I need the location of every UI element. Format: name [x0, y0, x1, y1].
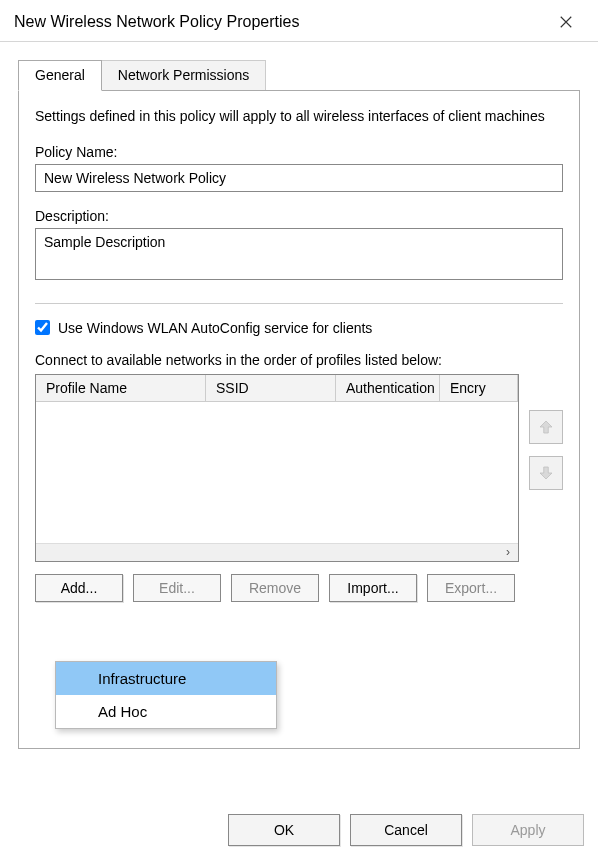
add-button[interactable]: Add... [35, 574, 123, 602]
description-input[interactable] [35, 228, 563, 280]
close-icon [559, 15, 573, 29]
dialog-button-bar: OK Cancel Apply [228, 814, 584, 846]
profiles-table-header: Profile Name SSID Authentication Encry [36, 375, 518, 402]
column-ssid[interactable]: SSID [206, 375, 336, 401]
apply-button[interactable]: Apply [472, 814, 584, 846]
popup-item-adhoc[interactable]: Ad Hoc [56, 695, 276, 728]
edit-button[interactable]: Edit... [133, 574, 221, 602]
ok-button[interactable]: OK [228, 814, 340, 846]
autoconfig-checkbox[interactable] [35, 320, 50, 335]
column-authentication[interactable]: Authentication [336, 375, 440, 401]
profiles-table[interactable]: Profile Name SSID Authentication Encry › [35, 374, 519, 562]
tab-panel-general: Settings defined in this policy will app… [18, 91, 580, 749]
autoconfig-checkbox-label: Use Windows WLAN AutoConfig service for … [58, 320, 372, 336]
popup-item-infrastructure[interactable]: Infrastructure [56, 662, 276, 695]
chevron-right-icon[interactable]: › [502, 545, 514, 559]
column-encryption[interactable]: Encry [440, 375, 518, 401]
connect-order-label: Connect to available networks in the ord… [35, 352, 563, 368]
import-button[interactable]: Import... [329, 574, 417, 602]
policy-name-label: Policy Name: [35, 144, 563, 160]
close-button[interactable] [548, 8, 584, 36]
policy-scope-description: Settings defined in this policy will app… [35, 107, 563, 126]
cancel-button[interactable]: Cancel [350, 814, 462, 846]
reorder-controls [529, 410, 563, 490]
policy-name-input[interactable] [35, 164, 563, 192]
tabstrip: General Network Permissions [18, 60, 580, 91]
move-down-button[interactable] [529, 456, 563, 490]
export-button[interactable]: Export... [427, 574, 515, 602]
arrow-up-icon [537, 418, 555, 436]
add-popup-menu: Infrastructure Ad Hoc [55, 661, 277, 729]
tab-network-permissions[interactable]: Network Permissions [101, 60, 266, 90]
titlebar: New Wireless Network Policy Properties [0, 0, 598, 42]
description-label: Description: [35, 208, 563, 224]
divider [35, 303, 563, 304]
tab-general[interactable]: General [18, 60, 102, 91]
remove-button[interactable]: Remove [231, 574, 319, 602]
move-up-button[interactable] [529, 410, 563, 444]
column-profile-name[interactable]: Profile Name [36, 375, 206, 401]
window-title: New Wireless Network Policy Properties [14, 13, 299, 31]
arrow-down-icon [537, 464, 555, 482]
horizontal-scrollbar[interactable]: › [36, 543, 518, 561]
